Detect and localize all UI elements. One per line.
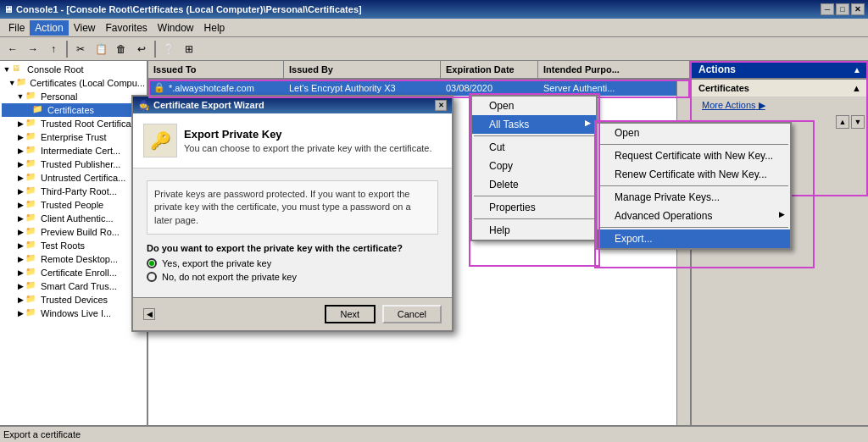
tree-item-console-root[interactable]: ▼ 🖥 Console Root [2, 63, 145, 76]
close-button[interactable]: ✕ [851, 3, 865, 15]
dialog-back-btn[interactable]: ◀ [143, 308, 155, 320]
expand-icon: ▶ [15, 201, 25, 209]
radio-yes-label: Yes, export the private key [162, 258, 271, 268]
tree-item-client-auth[interactable]: ▶ 📁 Client Authentic... [2, 212, 145, 225]
tree-item-cert-enroll[interactable]: ▶ 📁 Certificate Enroll... [2, 266, 145, 279]
actions-collapse-icon[interactable]: ▲ [853, 65, 861, 75]
more-actions-item[interactable]: More Actions ▶ [692, 97, 868, 113]
dialog-question: Do you want to export the private key wi… [147, 243, 438, 253]
context-open[interactable]: Open [472, 97, 596, 115]
submenu-advanced-ops[interactable]: Advanced Operations ▶ [598, 207, 790, 225]
tree-label: Windows Live I... [41, 308, 111, 318]
dialog-cancel-button[interactable]: Cancel [382, 305, 442, 323]
submenu-export[interactable]: Export... [598, 229, 790, 248]
dialog-body: Private keys are password protected. If … [133, 169, 452, 297]
cert-issued-to: *.alwayshotcafe.com [169, 83, 254, 93]
actions-scroll-up[interactable]: ▲ [836, 115, 849, 129]
menu-window[interactable]: Window [153, 20, 199, 36]
delete-button[interactable]: 🗑 [112, 40, 131, 58]
tree-item-personal[interactable]: ▼ 📁 Personal [2, 90, 145, 103]
toolbar: ← → ↑ ✂ 📋 🗑 ↩ ❔ ⊞ [0, 37, 868, 61]
folder-icon: 📁 [25, 199, 39, 211]
up-button[interactable]: ↑ [44, 40, 63, 58]
tree-label: Certificate Enroll... [41, 268, 117, 278]
cert-issued-by: Let's Encrypt Authority X3 [284, 81, 441, 95]
new-window-button[interactable]: ⊞ [180, 40, 198, 58]
title-bar: 🖥 Console1 - [Console Root\Certificates … [0, 0, 868, 19]
submenu-open[interactable]: Open [598, 124, 790, 142]
minimize-button[interactable]: ─ [821, 3, 834, 15]
actions-scroll-down[interactable]: ▼ [851, 115, 865, 129]
col-expiration[interactable]: Expiration Date [441, 61, 538, 78]
restore-button[interactable]: □ [836, 3, 849, 15]
tree-item-enterprise-trust[interactable]: ▶ 📁 Enterprise Trust [2, 130, 145, 144]
context-copy[interactable]: Copy [472, 157, 596, 175]
back-button[interactable]: ← [3, 40, 22, 58]
expand-icon: ▶ [15, 255, 25, 263]
tree-item-intermediate[interactable]: ▶ 📁 Intermediate Cert... [2, 144, 145, 157]
forward-button[interactable]: → [24, 40, 42, 58]
col-issued-by[interactable]: Issued By [284, 61, 441, 78]
context-cut[interactable]: Cut [472, 138, 596, 157]
expand-icon: ▶ [15, 133, 25, 141]
submenu-request-new-key[interactable]: Request Certificate with New Key... [598, 146, 790, 165]
tree-item-third-party[interactable]: ▶ 📁 Third-Party Root... [2, 185, 145, 198]
context-properties[interactable]: Properties [472, 198, 596, 217]
tree-item-remote-desktop[interactable]: ▶ 📁 Remote Desktop... [2, 252, 145, 266]
submenu-renew-new-key[interactable]: Renew Certificate with New Key... [598, 165, 790, 184]
context-all-tasks[interactable]: All Tasks ▶ [472, 115, 596, 134]
radio-yes-btn[interactable] [147, 258, 157, 268]
submenu-sep3 [599, 227, 788, 228]
column-headers: Issued To Issued By Expiration Date Inte… [148, 61, 868, 80]
folder-icon: 📁 [25, 185, 39, 197]
cert-row[interactable]: 🔒 *.alwayshotcafe.com Let's Encrypt Auth… [148, 80, 690, 97]
tree-item-untrusted[interactable]: ▶ 📁 Untrusted Certifica... [2, 171, 145, 185]
actions-section-title: Certificates ▲ [692, 80, 868, 97]
menu-favorites[interactable]: Favorites [101, 20, 153, 36]
col-intended-purpose[interactable]: Intended Purpo... [538, 61, 690, 78]
tree-label: Third-Party Root... [41, 186, 117, 196]
dialog-close-button[interactable]: ✕ [435, 100, 447, 111]
folder-icon: 📁 [25, 267, 39, 279]
window-title: Console1 - [Console Root\Certificates (L… [16, 4, 362, 14]
copy-button[interactable]: 📋 [92, 40, 110, 58]
radio-no[interactable]: No, do not export the private key [147, 272, 438, 282]
folder-icon: 📁 [25, 280, 39, 292]
radio-yes[interactable]: Yes, export the private key [147, 258, 438, 268]
tree-item-windows-live[interactable]: ▶ 📁 Windows Live I... [2, 307, 145, 320]
menu-help[interactable]: Help [199, 20, 231, 36]
tree-item-test-roots[interactable]: ▶ 📁 Test Roots [2, 239, 145, 252]
submenu-manage-private-keys[interactable]: Manage Private Keys... [598, 188, 790, 207]
menu-view[interactable]: View [69, 20, 101, 36]
tree-label: Trusted Publisher... [41, 159, 120, 169]
dialog-title-bar: 🧙 Certificate Export Wizard ✕ [133, 97, 452, 113]
tree-item-preview-build[interactable]: ▶ 📁 Preview Build Ro... [2, 225, 145, 239]
tree-item-smart-card[interactable]: ▶ 📁 Smart Card Trus... [2, 279, 145, 293]
radio-no-btn[interactable] [147, 272, 157, 282]
tree-item-certificates-local[interactable]: ▼ 📁 Certificates (Local Compu... [2, 76, 145, 90]
expand-icon: ▶ [15, 119, 25, 128]
expand-icon: ▼ [8, 79, 16, 87]
menu-file[interactable]: File [3, 20, 30, 36]
tree-label: Trusted Root Certifica... [41, 119, 139, 129]
tree-item-trusted-root[interactable]: ▶ 📁 Trusted Root Certifica... [2, 117, 145, 130]
tree-item-certificates[interactable]: 📁 Certificates [2, 103, 145, 117]
menu-action[interactable]: Action [30, 20, 68, 36]
dialog-next-button[interactable]: Next [325, 305, 376, 323]
cut-button[interactable]: ✂ [71, 40, 90, 58]
tree-item-trusted-devices[interactable]: ▶ 📁 Trusted Devices [2, 293, 145, 307]
folder-icon: 📁 [25, 213, 39, 224]
section-collapse-icon[interactable]: ▲ [852, 83, 861, 93]
tree-label: Preview Build Ro... [41, 227, 120, 237]
expand-icon: ▶ [15, 187, 25, 196]
context-delete[interactable]: Delete [472, 175, 596, 194]
tree-item-trusted-people[interactable]: ▶ 📁 Trusted People [2, 198, 145, 212]
undo-button[interactable]: ↩ [132, 40, 151, 58]
help-button[interactable]: ❔ [159, 40, 178, 58]
col-issued-to[interactable]: Issued To [148, 61, 284, 78]
tree-item-trusted-publishers[interactable]: ▶ 📁 Trusted Publisher... [2, 157, 145, 171]
tree-label: Client Authentic... [41, 213, 114, 224]
context-help[interactable]: Help [472, 221, 596, 240]
folder-icon: 📁 [25, 172, 39, 184]
folder-icon: 📁 [25, 307, 39, 319]
